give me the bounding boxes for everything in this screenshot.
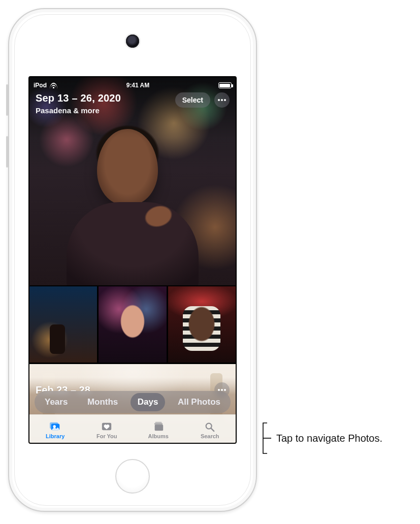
hero-figure (72, 123, 193, 275)
battery-icon (218, 82, 232, 88)
svg-rect-11 (154, 423, 163, 424)
tab-bar: Library For You (29, 414, 236, 443)
tab-library[interactable]: Library (29, 415, 81, 443)
tab-albums-label: Albums (148, 433, 169, 439)
svg-point-2 (224, 99, 226, 101)
tab-for-you-label: For You (96, 433, 117, 439)
select-button[interactable]: Select (175, 92, 210, 108)
svg-point-1 (221, 99, 223, 101)
svg-rect-12 (155, 421, 161, 423)
tab-search[interactable]: Search (184, 415, 236, 443)
front-camera (126, 35, 139, 48)
callout-bracket (262, 422, 271, 454)
albums-icon (152, 421, 165, 432)
section-1-titles[interactable]: Sep 13 – 26, 2020 Pasadena & more (36, 92, 121, 115)
status-time: 9:41 AM (126, 82, 150, 89)
thumbnail-3[interactable] (168, 286, 236, 363)
more-button[interactable] (214, 92, 230, 108)
screen: iPod 9:41 AM Sep 13 – 26, 2020 Pa (28, 76, 237, 444)
svg-point-0 (218, 99, 220, 101)
device-frame: iPod 9:41 AM Sep 13 – 26, 2020 Pa (8, 8, 257, 512)
memory-section-2[interactable]: Feb 23 – 28 Years (29, 364, 236, 443)
volume-up-button (6, 84, 8, 116)
callout-text: Tap to navigate Photos. (276, 433, 382, 444)
section-1-date: Sep 13 – 26, 2020 (36, 92, 121, 104)
library-icon (49, 421, 62, 432)
segment-days[interactable]: Days (131, 393, 166, 411)
tab-albums[interactable]: Albums (133, 415, 184, 443)
svg-line-14 (211, 428, 214, 431)
status-bar: iPod 9:41 AM (29, 79, 236, 91)
home-button[interactable] (115, 459, 150, 494)
segment-months[interactable]: Months (80, 393, 125, 411)
segment-years[interactable]: Years (38, 393, 75, 411)
tab-search-label: Search (201, 433, 219, 439)
status-device-label: iPod (34, 82, 47, 89)
section-1-location: Pasadena & more (36, 106, 121, 115)
thumbnail-row (29, 286, 236, 363)
search-icon (203, 421, 216, 432)
for-you-icon (100, 421, 113, 432)
view-switcher[interactable]: Years Months Days All Photos (35, 391, 231, 413)
segment-all-photos[interactable]: All Photos (171, 393, 228, 411)
stage: iPod 9:41 AM Sep 13 – 26, 2020 Pa (0, 0, 420, 524)
svg-point-5 (224, 389, 226, 391)
wifi-icon (50, 83, 57, 88)
section-1-header: Sep 13 – 26, 2020 Pasadena & more Select (36, 92, 230, 115)
ellipsis-icon (218, 99, 226, 101)
thumbnail-2[interactable] (99, 286, 166, 363)
app-content: iPod 9:41 AM Sep 13 – 26, 2020 Pa (29, 77, 236, 443)
library-scroll[interactable]: iPod 9:41 AM Sep 13 – 26, 2020 Pa (29, 77, 236, 443)
volume-down-button (6, 136, 8, 168)
thumbnail-1[interactable] (29, 286, 97, 363)
tab-for-you[interactable]: For You (81, 415, 133, 443)
callout: Tap to navigate Photos. (262, 422, 382, 454)
memory-section-1[interactable]: iPod 9:41 AM Sep 13 – 26, 2020 Pa (29, 77, 236, 285)
svg-rect-10 (154, 424, 163, 431)
tab-library-label: Library (46, 433, 64, 439)
